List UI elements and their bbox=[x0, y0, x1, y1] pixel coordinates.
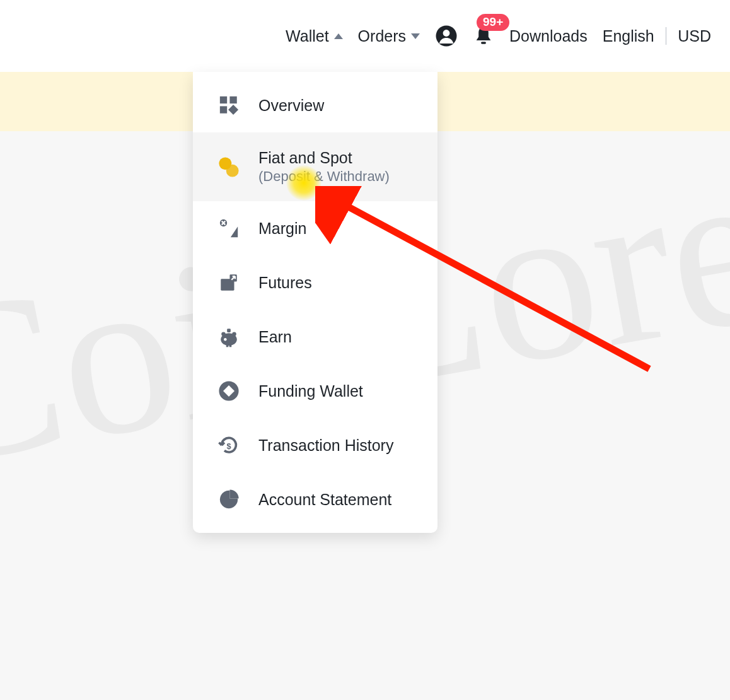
nav-notifications[interactable]: 99+ bbox=[473, 25, 494, 47]
divider-icon bbox=[666, 27, 667, 45]
svg-point-17 bbox=[232, 332, 236, 336]
svg-rect-5 bbox=[229, 96, 236, 103]
nav-language-label: English bbox=[603, 27, 654, 45]
top-navbar: Wallet Orders 99+ Downloads English USD bbox=[0, 0, 730, 72]
earn-icon bbox=[218, 326, 240, 347]
fiat-spot-icon bbox=[218, 156, 240, 178]
menu-label: Margin bbox=[258, 219, 306, 238]
menu-item-account-statement[interactable]: Account Statement bbox=[193, 472, 437, 527]
menu-label: Funding Wallet bbox=[258, 382, 363, 400]
svg-rect-15 bbox=[227, 329, 231, 332]
menu-item-fiat-spot[interactable]: Fiat and Spot (Deposit & Withdraw) bbox=[193, 132, 437, 201]
svg-rect-7 bbox=[228, 105, 238, 115]
svg-marker-11 bbox=[231, 226, 238, 237]
svg-point-2 bbox=[443, 30, 450, 37]
caret-down-icon bbox=[411, 33, 420, 39]
menu-item-transaction-history[interactable]: $ Transaction History bbox=[193, 418, 437, 472]
svg-rect-4 bbox=[220, 96, 227, 103]
wallet-dropdown: Overview Fiat and Spot (Deposit & Withdr… bbox=[193, 72, 437, 533]
transaction-history-icon: $ bbox=[218, 435, 240, 456]
svg-point-9 bbox=[226, 164, 239, 177]
menu-label: Transaction History bbox=[258, 436, 393, 455]
menu-label: Overview bbox=[258, 96, 324, 115]
nav-user[interactable] bbox=[435, 25, 458, 47]
futures-icon bbox=[218, 272, 240, 293]
menu-label: Fiat and Spot bbox=[258, 149, 390, 167]
svg-rect-19 bbox=[226, 345, 229, 347]
user-icon bbox=[435, 25, 458, 47]
nav-downloads-label: Downloads bbox=[509, 27, 588, 45]
nav-orders-label: Orders bbox=[358, 27, 406, 45]
nav-wallet[interactable]: Wallet bbox=[286, 27, 343, 45]
notification-badge: 99+ bbox=[477, 14, 509, 31]
margin-icon bbox=[218, 218, 240, 239]
menu-item-overview[interactable]: Overview bbox=[193, 78, 437, 132]
nav-locale[interactable]: English USD bbox=[603, 27, 711, 45]
svg-rect-6 bbox=[220, 106, 227, 113]
svg-rect-20 bbox=[229, 345, 232, 347]
menu-item-earn[interactable]: Earn bbox=[193, 310, 437, 364]
menu-item-margin[interactable]: Margin bbox=[193, 201, 437, 255]
account-statement-icon bbox=[218, 489, 240, 510]
funding-wallet-icon bbox=[218, 380, 240, 402]
menu-label: Futures bbox=[258, 274, 312, 292]
svg-rect-3 bbox=[481, 42, 486, 44]
menu-label: Account Statement bbox=[258, 491, 391, 509]
svg-point-18 bbox=[224, 338, 227, 341]
nav-wallet-label: Wallet bbox=[286, 27, 329, 45]
caret-up-icon bbox=[334, 33, 343, 39]
nav-downloads[interactable]: Downloads bbox=[509, 27, 588, 45]
svg-text:$: $ bbox=[226, 441, 231, 451]
nav-orders[interactable]: Orders bbox=[358, 27, 420, 45]
menu-item-funding-wallet[interactable]: Funding Wallet bbox=[193, 364, 437, 418]
menu-item-futures[interactable]: Futures bbox=[193, 255, 437, 310]
svg-point-16 bbox=[221, 332, 226, 336]
overview-icon bbox=[218, 95, 240, 116]
menu-label: Earn bbox=[258, 328, 292, 346]
nav-currency-label: USD bbox=[678, 27, 711, 45]
menu-sub: (Deposit & Withdraw) bbox=[258, 168, 390, 185]
